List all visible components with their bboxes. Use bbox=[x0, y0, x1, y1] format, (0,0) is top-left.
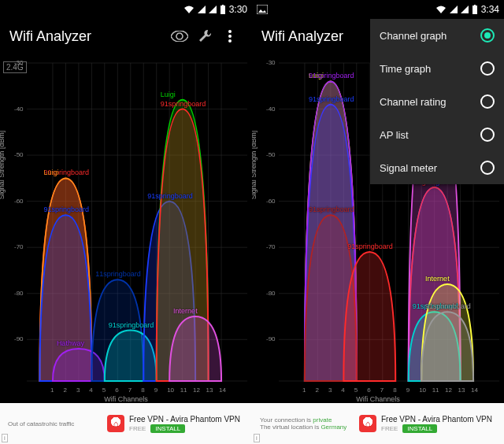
y-tick: -40 bbox=[266, 105, 276, 113]
x-axis-label: Wifi Channels bbox=[252, 395, 504, 403]
menu-item-ap-list[interactable]: AP list bbox=[370, 118, 504, 151]
svg-point-4 bbox=[228, 39, 232, 43]
wifi-icon bbox=[435, 5, 447, 14]
menu-item-time-graph[interactable]: Time graph bbox=[370, 52, 504, 85]
network-label: 91springboard bbox=[43, 205, 89, 213]
svg-rect-0 bbox=[220, 6, 225, 14]
network-label: 91springboard bbox=[309, 95, 354, 103]
ad-install-button[interactable]: INSTALL bbox=[402, 424, 437, 433]
channel-graph[interactable]: -30-40-50-60-70-80-901234567891011121314… bbox=[0, 57, 252, 403]
battery-icon bbox=[220, 5, 226, 14]
y-tick: -60 bbox=[266, 198, 276, 205]
x-tick: 10 bbox=[167, 387, 174, 394]
x-tick: 2 bbox=[315, 387, 318, 394]
network-label: 91springboard bbox=[425, 302, 471, 310]
network-label: Internet bbox=[425, 275, 450, 283]
menu-item-label: AP list bbox=[380, 129, 409, 141]
appbar: Wifi Analyzer bbox=[0, 19, 252, 54]
svg-rect-29 bbox=[474, 5, 476, 6]
svg-rect-27 bbox=[257, 5, 268, 14]
ad-banner[interactable]: i Out of catastrohic traffic ⌂ Free VPN … bbox=[0, 403, 252, 444]
y-axis-label: Signal Strength [dBm] bbox=[252, 131, 258, 200]
ad-choices-icon[interactable]: i bbox=[254, 434, 260, 442]
x-tick: 12 bbox=[193, 387, 200, 394]
y-tick: -30 bbox=[266, 59, 276, 66]
x-tick: 7 bbox=[380, 387, 384, 394]
radio-icon bbox=[480, 28, 495, 43]
ad-banner[interactable]: i Your connection is private The virtual… bbox=[252, 403, 504, 444]
clock: 3:34 bbox=[481, 4, 499, 15]
svg-rect-1 bbox=[222, 5, 224, 6]
y-axis-label: Signal Strength [dBm] bbox=[0, 131, 6, 200]
x-tick: 14 bbox=[219, 387, 226, 394]
x-tick: 9 bbox=[154, 387, 158, 394]
statusbar: 3:30 bbox=[0, 0, 252, 19]
y-tick: -60 bbox=[14, 198, 24, 205]
overflow-icon[interactable] bbox=[217, 30, 243, 43]
y-tick: -90 bbox=[14, 335, 24, 342]
x-tick: 6 bbox=[115, 387, 118, 394]
menu-item-label: Signal meter bbox=[380, 162, 437, 174]
svg-point-3 bbox=[228, 35, 232, 38]
signal-icon bbox=[450, 6, 458, 13]
y-tick: -80 bbox=[266, 290, 276, 297]
network-label: Luigi bbox=[43, 168, 58, 176]
ad-install-button[interactable]: INSTALL bbox=[150, 424, 185, 433]
radio-icon bbox=[480, 61, 495, 76]
wrench-icon[interactable] bbox=[192, 28, 217, 44]
network-label: 91springboard bbox=[109, 321, 154, 329]
x-tick: 11 bbox=[432, 387, 439, 394]
x-tick: 4 bbox=[341, 387, 344, 394]
band-badge[interactable]: 2.4G bbox=[3, 61, 27, 73]
x-tick: 1 bbox=[302, 387, 306, 394]
phone-left: 3:30 Wifi Analyzer 2.4G -30-40-50-60-70-… bbox=[0, 0, 252, 444]
x-tick: 13 bbox=[206, 387, 213, 394]
ad-title: Free VPN - Avira Phantom VPN bbox=[381, 415, 504, 424]
x-tick: 14 bbox=[471, 387, 478, 394]
network-label: Luigi bbox=[161, 91, 176, 98]
svg-point-2 bbox=[228, 30, 232, 33]
x-tick: 5 bbox=[354, 387, 358, 394]
radio-icon bbox=[480, 94, 495, 109]
eye-icon[interactable] bbox=[167, 31, 192, 42]
menu-item-channel-rating[interactable]: Channel rating bbox=[370, 85, 504, 118]
x-tick: 8 bbox=[393, 387, 396, 394]
view-menu: Channel graphTime graphChannel ratingAP … bbox=[370, 19, 504, 184]
radio-icon bbox=[480, 128, 495, 142]
x-tick: 11 bbox=[180, 387, 187, 394]
x-tick: 7 bbox=[128, 387, 132, 394]
avira-logo-icon: ⌂ bbox=[359, 415, 376, 432]
y-tick: -50 bbox=[14, 151, 24, 158]
menu-item-label: Channel rating bbox=[380, 96, 447, 108]
menu-item-label: Time graph bbox=[380, 63, 431, 75]
y-tick: -70 bbox=[266, 243, 276, 250]
statusbar: 3:34 bbox=[252, 0, 504, 19]
network-label: 91springboard bbox=[161, 100, 206, 108]
menu-item-channel-graph[interactable]: Channel graph bbox=[370, 19, 504, 52]
x-tick: 12 bbox=[445, 387, 452, 394]
x-tick: 10 bbox=[419, 387, 426, 394]
y-tick: -70 bbox=[14, 243, 24, 250]
network-label: Hathway bbox=[57, 339, 84, 347]
ad-choices-icon[interactable]: i bbox=[2, 434, 8, 442]
network-label: Internet bbox=[173, 307, 198, 315]
x-tick: 3 bbox=[328, 387, 332, 394]
x-tick: 8 bbox=[141, 387, 144, 394]
x-tick: 2 bbox=[63, 387, 66, 394]
network-label: 91springboard bbox=[147, 192, 193, 200]
clock: 3:30 bbox=[229, 4, 247, 15]
network-label: 91springboard bbox=[309, 205, 354, 213]
ad-title: Free VPN - Avira Phantom VPN bbox=[129, 415, 252, 424]
wifi-icon bbox=[183, 5, 195, 14]
phone-right: 3:34 Wifi Analyzer -30-40-50-60-70-80-90… bbox=[252, 0, 504, 444]
y-tick: -90 bbox=[266, 335, 276, 342]
network-label: 11springboard bbox=[95, 270, 141, 278]
y-tick: -50 bbox=[266, 151, 276, 158]
ad-pretext: Out of catastrohic traffic bbox=[0, 420, 102, 427]
radio-icon bbox=[480, 161, 495, 175]
svg-rect-28 bbox=[472, 6, 477, 14]
menu-item-signal-meter[interactable]: Signal meter bbox=[370, 151, 504, 184]
ad-price: FREE bbox=[129, 425, 146, 432]
signal-icon bbox=[209, 6, 217, 13]
y-tick: -40 bbox=[14, 105, 24, 113]
